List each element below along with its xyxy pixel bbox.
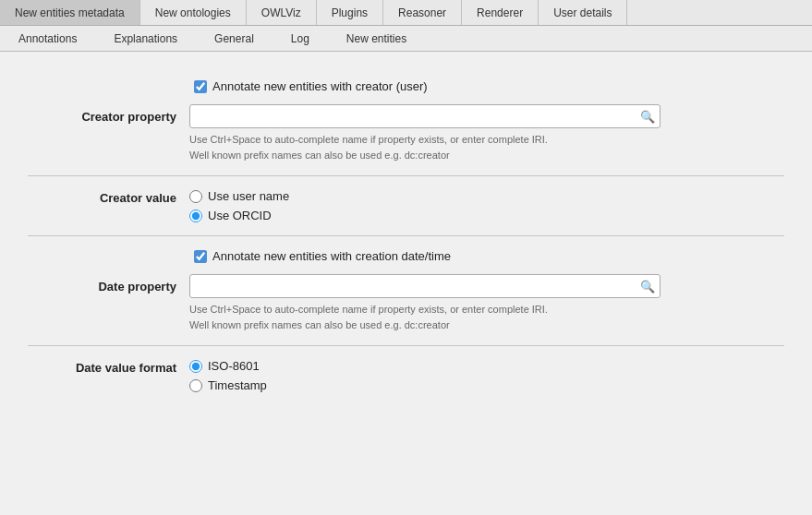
annotate-date-label: Annotate new entities with creation date… — [212, 249, 451, 263]
tab-new-ontologies[interactable]: New ontologies — [140, 0, 247, 25]
tab-plugins[interactable]: Plugins — [317, 0, 383, 25]
date-property-hint: Use Ctrl+Space to auto-complete name if … — [189, 302, 548, 332]
annotate-date-checkbox[interactable] — [194, 250, 207, 263]
creator-property-hint-spacer — [28, 132, 189, 162]
divider-3 — [28, 345, 784, 346]
date-value-format-options: ISO-8601 Timestamp — [189, 359, 267, 392]
tab-annotations[interactable]: Annotations — [0, 26, 95, 51]
use-orcid-radio[interactable] — [189, 210, 202, 222]
use-user-name-option: Use user name — [189, 189, 289, 203]
iso-8601-radio[interactable] — [189, 360, 202, 373]
date-property-row: Date property http://purl.org/dc/element… — [28, 274, 784, 298]
divider-1 — [28, 175, 784, 176]
iso-8601-option: ISO-8601 — [189, 359, 267, 373]
tab-reasoner[interactable]: Reasoner — [383, 0, 462, 25]
date-property-hint-spacer — [28, 302, 189, 332]
creator-property-label: Creator property — [28, 110, 189, 124]
annotate-date-section: Annotate new entities with creation date… — [194, 249, 784, 263]
tab-new-entities-metadata[interactable]: New entities metadata — [0, 0, 140, 25]
creator-property-hint-row: Use Ctrl+Space to auto-complete name if … — [28, 132, 784, 162]
tab-user-details[interactable]: User details — [539, 0, 627, 25]
use-orcid-option: Use ORCID — [189, 209, 289, 222]
annotate-creator-section: Annotate new entities with creator (user… — [194, 79, 784, 93]
use-user-name-radio[interactable] — [189, 190, 202, 203]
use-orcid-radio-label: Use ORCID — [208, 209, 272, 222]
divider-2 — [28, 235, 784, 236]
date-property-label: Date property — [28, 280, 189, 293]
creator-property-input-wrap: http://purl.org/dc/elements/1.1/creator … — [189, 104, 661, 128]
creator-property-row: Creator property http://purl.org/dc/elem… — [28, 104, 784, 128]
content-area: Annotate new entities with creator (user… — [0, 52, 812, 515]
tab-general[interactable]: General — [196, 26, 273, 51]
main-tab-bar: New entities metadata New ontologies OWL… — [0, 0, 812, 26]
sub-tab-bar: Annotations Explanations General Log New… — [0, 26, 812, 52]
creator-value-options: Use user name Use ORCID — [189, 189, 289, 222]
timestamp-radio[interactable] — [189, 379, 202, 392]
tab-explanations[interactable]: Explanations — [95, 26, 196, 51]
timestamp-option: Timestamp — [189, 378, 267, 392]
tab-renderer[interactable]: Renderer — [462, 0, 539, 25]
creator-property-hint: Use Ctrl+Space to auto-complete name if … — [189, 132, 548, 162]
tab-log[interactable]: Log — [273, 26, 328, 51]
annotate-creator-checkbox[interactable] — [194, 80, 207, 93]
creator-value-row: Creator value Use user name Use ORCID — [28, 189, 784, 222]
timestamp-radio-label: Timestamp — [208, 378, 267, 392]
date-property-input-wrap: http://purl.org/dc/elements/1.1/date 🔍 — [189, 274, 661, 298]
annotate-creator-label: Annotate new entities with creator (user… — [212, 79, 428, 93]
date-value-format-label: Date value format — [28, 359, 189, 375]
date-value-format-row: Date value format ISO-8601 Timestamp — [28, 359, 784, 392]
use-user-name-radio-label: Use user name — [208, 189, 289, 203]
tab-owlviz[interactable]: OWLViz — [247, 0, 317, 25]
creator-value-label: Creator value — [28, 189, 189, 205]
date-property-input[interactable]: http://purl.org/dc/elements/1.1/date — [189, 274, 661, 298]
iso-8601-radio-label: ISO-8601 — [208, 359, 260, 373]
creator-property-input[interactable]: http://purl.org/dc/elements/1.1/creator — [189, 104, 661, 128]
date-property-hint-row: Use Ctrl+Space to auto-complete name if … — [28, 302, 784, 332]
tab-new-entities[interactable]: New entities — [328, 26, 425, 51]
